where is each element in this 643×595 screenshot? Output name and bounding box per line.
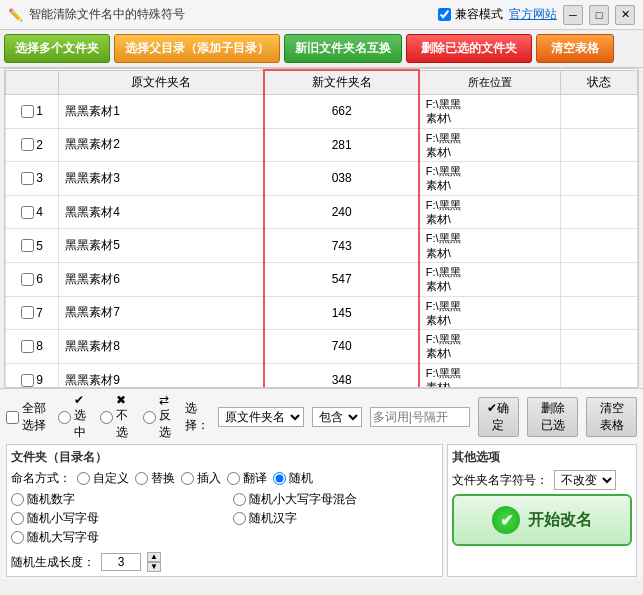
table-row[interactable]: 1黑黑素材1662F:\黑黑素材\ bbox=[6, 95, 638, 129]
mode-replace-label[interactable]: 替换 bbox=[135, 470, 175, 487]
row-checkbox[interactable] bbox=[21, 138, 34, 151]
start-rename-button[interactable]: ✔ 开始改名 bbox=[452, 494, 632, 546]
row-checkbox[interactable] bbox=[21, 340, 34, 353]
invert-radio[interactable] bbox=[143, 411, 156, 424]
random-lowercase-radio[interactable] bbox=[11, 512, 24, 525]
row-orig-name: 黑黑素材3 bbox=[59, 162, 265, 196]
table-row[interactable]: 7黑黑素材7145F:\黑黑素材\ bbox=[6, 296, 638, 330]
row-seq: 9 bbox=[36, 373, 43, 387]
random-uppercase-radio[interactable] bbox=[11, 531, 24, 544]
title-bar: ✏️ 智能清除文件名中的特殊符号 兼容模式 官方网站 ─ □ ✕ bbox=[0, 0, 643, 30]
row-checkbox[interactable] bbox=[21, 172, 34, 185]
random-number-radio[interactable] bbox=[11, 493, 24, 506]
row-new-name: 281 bbox=[264, 128, 418, 162]
mode-replace-radio[interactable] bbox=[135, 472, 148, 485]
mode-random-label[interactable]: 随机 bbox=[273, 470, 313, 487]
select-radio[interactable] bbox=[58, 411, 71, 424]
mode-insert-label[interactable]: 插入 bbox=[181, 470, 221, 487]
invert-label-text: ⇄反选 bbox=[159, 393, 177, 441]
close-button[interactable]: ✕ bbox=[615, 5, 635, 25]
table-row[interactable]: 8黑黑素材8740F:\黑黑素材\ bbox=[6, 330, 638, 364]
mode-random-radio[interactable] bbox=[273, 472, 286, 485]
row-new-name: 547 bbox=[264, 262, 418, 296]
title-icon: ✏️ bbox=[8, 8, 23, 22]
random-mixed-label[interactable]: 随机小大写字母混合 bbox=[233, 491, 439, 508]
random-uppercase-label[interactable]: 随机大写字母 bbox=[11, 529, 217, 546]
table-row[interactable]: 3黑黑素材3038F:\黑黑素材\ bbox=[6, 162, 638, 196]
bottom-main: 文件夹（目录名） 命名方式： 自定义 替换 插入 翻译 随机 随机数字 随机小大… bbox=[6, 444, 637, 577]
mode-custom-radio[interactable] bbox=[77, 472, 90, 485]
row-status bbox=[560, 195, 637, 229]
row-checkbox[interactable] bbox=[21, 206, 34, 219]
select-checkbox-label[interactable]: ✔选中 bbox=[58, 393, 92, 441]
table-row[interactable]: 2黑黑素材2281F:\黑黑素材\ bbox=[6, 128, 638, 162]
delete-selected-button[interactable]: 删除已选的文件夹 bbox=[406, 34, 532, 63]
official-link[interactable]: 官方网站 bbox=[509, 6, 557, 23]
mode-insert-radio[interactable] bbox=[181, 472, 194, 485]
row-status bbox=[560, 162, 637, 196]
table-row[interactable]: 6黑黑素材6547F:\黑黑素材\ bbox=[6, 262, 638, 296]
naming-label: 命名方式： bbox=[11, 470, 71, 487]
delete-selected-bottom-button[interactable]: 删除已选 bbox=[527, 397, 578, 437]
filename-symbol-label: 文件夹名字符号： bbox=[452, 472, 548, 489]
random-mixed-radio[interactable] bbox=[233, 493, 246, 506]
length-row: 随机生成长度： ▲ ▼ bbox=[11, 552, 438, 572]
random-number-label[interactable]: 随机数字 bbox=[11, 491, 217, 508]
row-seq: 7 bbox=[36, 306, 43, 320]
select-multi-folders-button[interactable]: 选择多个文件夹 bbox=[4, 34, 110, 63]
select-all-checkbox[interactable] bbox=[6, 411, 19, 424]
column-select[interactable]: 原文件夹名 bbox=[218, 407, 304, 427]
row-orig-name: 黑黑素材4 bbox=[59, 195, 265, 229]
clear-table-button-toolbar[interactable]: 清空表格 bbox=[536, 34, 614, 63]
compat-mode-checkbox[interactable] bbox=[438, 8, 451, 21]
unselect-checkbox-label[interactable]: ✖不选 bbox=[100, 393, 134, 441]
confirm-button[interactable]: ✔确定 bbox=[478, 397, 519, 437]
filename-symbol-select[interactable]: 不改变 bbox=[554, 470, 616, 490]
select-parent-dir-button[interactable]: 选择父目录（添加子目录） bbox=[114, 34, 280, 63]
col-header-new: 新文件夹名 bbox=[264, 70, 418, 95]
select-all-label: 全部选择 bbox=[22, 400, 50, 434]
condition-select[interactable]: 包含 bbox=[312, 407, 362, 427]
file-table-container: 原文件夹名 新文件夹名 所在位置 状态 1黑黑素材1662F:\黑黑素材\2黑黑… bbox=[4, 68, 639, 388]
random-options-grid: 随机数字 随机小大写字母混合 随机小写字母 随机汉字 随机大写字母 bbox=[11, 491, 438, 546]
row-checkbox[interactable] bbox=[21, 105, 34, 118]
row-checkbox[interactable] bbox=[21, 306, 34, 319]
table-row[interactable]: 5黑黑素材5743F:\黑黑素材\ bbox=[6, 229, 638, 263]
swap-names-button[interactable]: 新旧文件夹名互换 bbox=[284, 34, 402, 63]
row-status bbox=[560, 128, 637, 162]
invert-checkbox-label[interactable]: ⇄反选 bbox=[143, 393, 177, 441]
mode-custom-label[interactable]: 自定义 bbox=[77, 470, 129, 487]
minimize-button[interactable]: ─ bbox=[563, 5, 583, 25]
select-colon-label: 选择： bbox=[185, 400, 210, 434]
select-label-text: ✔选中 bbox=[74, 393, 92, 441]
bottom-panel: 全部选择 ✔选中 ✖不选 ⇄反选 选择： 原文件夹名 包含 ✔确定 删除已选 清… bbox=[0, 388, 643, 579]
row-checkbox[interactable] bbox=[21, 239, 34, 252]
unselect-radio[interactable] bbox=[100, 411, 113, 424]
row-status bbox=[560, 363, 637, 387]
length-decrement-button[interactable]: ▼ bbox=[147, 562, 161, 572]
length-label: 随机生成长度： bbox=[11, 554, 95, 571]
length-increment-button[interactable]: ▲ bbox=[147, 552, 161, 562]
maximize-button[interactable]: □ bbox=[589, 5, 609, 25]
random-chinese-radio[interactable] bbox=[233, 512, 246, 525]
row-status bbox=[560, 262, 637, 296]
select-all-checkbox-label[interactable]: 全部选择 bbox=[6, 400, 50, 434]
table-row[interactable]: 9黑黑素材9348F:\黑黑素材\ bbox=[6, 363, 638, 387]
keyword-input[interactable] bbox=[370, 407, 470, 427]
mode-translate-label[interactable]: 翻译 bbox=[227, 470, 267, 487]
clear-table-bottom-button[interactable]: 清空表格 bbox=[586, 397, 637, 437]
random-chinese-label[interactable]: 随机汉字 bbox=[233, 510, 439, 527]
mode-translate-radio[interactable] bbox=[227, 472, 240, 485]
toolbar: 选择多个文件夹 选择父目录（添加子目录） 新旧文件夹名互换 删除已选的文件夹 清… bbox=[0, 30, 643, 68]
row-seq: 8 bbox=[36, 339, 43, 353]
table-row[interactable]: 4黑黑素材4240F:\黑黑素材\ bbox=[6, 195, 638, 229]
row-checkbox[interactable] bbox=[21, 374, 34, 387]
table-scroll[interactable]: 原文件夹名 新文件夹名 所在位置 状态 1黑黑素材1662F:\黑黑素材\2黑黑… bbox=[5, 69, 638, 387]
compat-mode-group: 兼容模式 bbox=[438, 6, 503, 23]
row-checkbox[interactable] bbox=[21, 273, 34, 286]
start-check-icon: ✔ bbox=[492, 506, 520, 534]
random-lowercase-label[interactable]: 随机小写字母 bbox=[11, 510, 217, 527]
file-table: 原文件夹名 新文件夹名 所在位置 状态 1黑黑素材1662F:\黑黑素材\2黑黑… bbox=[5, 69, 638, 387]
length-input[interactable] bbox=[101, 553, 141, 571]
filename-symbol-row: 文件夹名字符号： 不改变 bbox=[452, 470, 632, 490]
